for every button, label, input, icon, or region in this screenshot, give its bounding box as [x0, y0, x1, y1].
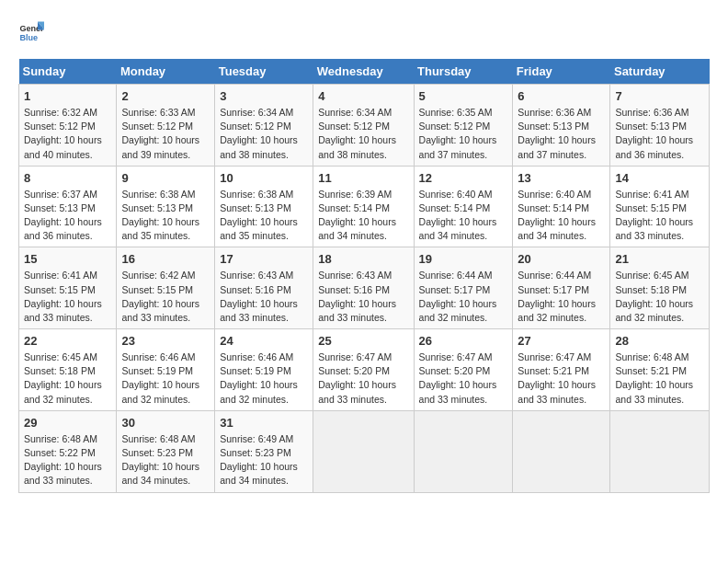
calendar-table: SundayMondayTuesdayWednesdayThursdayFrid… — [18, 59, 710, 493]
weekday-header-thursday: Thursday — [414, 59, 513, 85]
calendar-cell: 5Sunrise: 6:35 AM Sunset: 5:12 PM Daylig… — [414, 85, 513, 167]
calendar-cell: 15Sunrise: 6:41 AM Sunset: 5:15 PM Dayli… — [19, 247, 117, 329]
day-number: 30 — [121, 415, 210, 432]
day-info: Sunrise: 6:36 AM Sunset: 5:13 PM Dayligh… — [615, 106, 704, 162]
calendar-cell: 27Sunrise: 6:47 AM Sunset: 5:21 PM Dayli… — [513, 329, 610, 411]
calendar-cell: 26Sunrise: 6:47 AM Sunset: 5:20 PM Dayli… — [414, 329, 513, 411]
day-info: Sunrise: 6:42 AM Sunset: 5:15 PM Dayligh… — [121, 269, 210, 325]
svg-text:Blue: Blue — [19, 33, 38, 42]
calendar-cell: 10Sunrise: 6:38 AM Sunset: 5:13 PM Dayli… — [215, 166, 313, 247]
calendar-cell: 29Sunrise: 6:48 AM Sunset: 5:22 PM Dayli… — [19, 410, 117, 492]
calendar-cell: 4Sunrise: 6:34 AM Sunset: 5:12 PM Daylig… — [313, 85, 414, 167]
calendar-week-2: 8Sunrise: 6:37 AM Sunset: 5:13 PM Daylig… — [19, 166, 710, 247]
logo: General Blue — [18, 18, 48, 44]
weekday-header-saturday: Saturday — [610, 59, 710, 85]
day-info: Sunrise: 6:43 AM Sunset: 5:16 PM Dayligh… — [220, 269, 308, 325]
day-info: Sunrise: 6:40 AM Sunset: 5:14 PM Dayligh… — [518, 188, 605, 244]
day-info: Sunrise: 6:44 AM Sunset: 5:17 PM Dayligh… — [419, 269, 508, 325]
calendar-cell: 21Sunrise: 6:45 AM Sunset: 5:18 PM Dayli… — [610, 247, 710, 329]
day-number: 27 — [518, 333, 605, 350]
day-info: Sunrise: 6:33 AM Sunset: 5:12 PM Dayligh… — [121, 106, 210, 162]
day-number: 2 — [121, 88, 210, 106]
day-number: 25 — [318, 333, 408, 350]
day-number: 26 — [419, 333, 508, 350]
day-number: 31 — [220, 415, 308, 432]
day-number: 8 — [24, 170, 111, 188]
calendar-cell: 22Sunrise: 6:45 AM Sunset: 5:18 PM Dayli… — [19, 329, 117, 411]
calendar-cell: 19Sunrise: 6:44 AM Sunset: 5:17 PM Dayli… — [414, 247, 513, 329]
day-info: Sunrise: 6:46 AM Sunset: 5:19 PM Dayligh… — [121, 350, 210, 407]
day-number: 5 — [419, 88, 508, 106]
calendar-cell: 3Sunrise: 6:34 AM Sunset: 5:12 PM Daylig… — [215, 85, 313, 167]
calendar-cell: 12Sunrise: 6:40 AM Sunset: 5:14 PM Dayli… — [414, 166, 513, 247]
calendar-cell: 1Sunrise: 6:32 AM Sunset: 5:12 PM Daylig… — [19, 85, 117, 167]
day-number: 20 — [518, 251, 605, 269]
calendar-cell: 14Sunrise: 6:41 AM Sunset: 5:15 PM Dayli… — [610, 166, 710, 247]
day-number: 28 — [615, 333, 704, 350]
calendar-week-1: 1Sunrise: 6:32 AM Sunset: 5:12 PM Daylig… — [19, 85, 710, 167]
day-number: 15 — [24, 251, 111, 269]
calendar-cell: 31Sunrise: 6:49 AM Sunset: 5:23 PM Dayli… — [215, 410, 313, 492]
calendar-cell — [513, 410, 610, 492]
calendar-week-5: 29Sunrise: 6:48 AM Sunset: 5:22 PM Dayli… — [19, 410, 710, 492]
day-number: 17 — [220, 251, 308, 269]
day-number: 12 — [419, 170, 508, 188]
day-number: 19 — [419, 251, 508, 269]
day-number: 18 — [318, 251, 408, 269]
calendar-cell: 8Sunrise: 6:37 AM Sunset: 5:13 PM Daylig… — [19, 166, 117, 247]
day-info: Sunrise: 6:47 AM Sunset: 5:20 PM Dayligh… — [318, 350, 408, 407]
calendar-cell: 16Sunrise: 6:42 AM Sunset: 5:15 PM Dayli… — [117, 247, 215, 329]
day-info: Sunrise: 6:38 AM Sunset: 5:13 PM Dayligh… — [220, 188, 308, 244]
day-info: Sunrise: 6:47 AM Sunset: 5:20 PM Dayligh… — [419, 350, 508, 407]
day-number: 13 — [518, 170, 605, 188]
day-info: Sunrise: 6:48 AM Sunset: 5:21 PM Dayligh… — [615, 350, 704, 407]
day-number: 23 — [121, 333, 210, 350]
calendar-cell: 9Sunrise: 6:38 AM Sunset: 5:13 PM Daylig… — [117, 166, 215, 247]
day-number: 3 — [220, 88, 308, 106]
day-number: 6 — [518, 88, 605, 106]
day-info: Sunrise: 6:40 AM Sunset: 5:14 PM Dayligh… — [419, 188, 508, 244]
day-info: Sunrise: 6:43 AM Sunset: 5:16 PM Dayligh… — [318, 269, 408, 325]
day-info: Sunrise: 6:32 AM Sunset: 5:12 PM Dayligh… — [24, 106, 111, 162]
day-info: Sunrise: 6:38 AM Sunset: 5:13 PM Dayligh… — [121, 188, 210, 244]
calendar-cell: 30Sunrise: 6:48 AM Sunset: 5:23 PM Dayli… — [117, 410, 215, 492]
calendar-cell: 20Sunrise: 6:44 AM Sunset: 5:17 PM Dayli… — [513, 247, 610, 329]
day-number: 1 — [24, 88, 111, 106]
calendar-cell: 17Sunrise: 6:43 AM Sunset: 5:16 PM Dayli… — [215, 247, 313, 329]
calendar-cell — [414, 410, 513, 492]
day-number: 14 — [615, 170, 704, 188]
day-number: 7 — [615, 88, 704, 106]
calendar-cell: 2Sunrise: 6:33 AM Sunset: 5:12 PM Daylig… — [117, 85, 215, 167]
weekday-header-friday: Friday — [513, 59, 610, 85]
calendar-cell: 25Sunrise: 6:47 AM Sunset: 5:20 PM Dayli… — [313, 329, 414, 411]
day-info: Sunrise: 6:41 AM Sunset: 5:15 PM Dayligh… — [615, 188, 704, 244]
calendar-cell: 28Sunrise: 6:48 AM Sunset: 5:21 PM Dayli… — [610, 329, 710, 411]
day-number: 24 — [220, 333, 308, 350]
day-info: Sunrise: 6:47 AM Sunset: 5:21 PM Dayligh… — [518, 350, 605, 407]
weekday-header-wednesday: Wednesday — [313, 59, 414, 85]
calendar-week-3: 15Sunrise: 6:41 AM Sunset: 5:15 PM Dayli… — [19, 247, 710, 329]
weekday-header-monday: Monday — [117, 59, 215, 85]
calendar-cell — [610, 410, 710, 492]
weekday-header-sunday: Sunday — [19, 59, 117, 85]
day-number: 21 — [615, 251, 704, 269]
day-number: 11 — [318, 170, 408, 188]
day-info: Sunrise: 6:34 AM Sunset: 5:12 PM Dayligh… — [318, 106, 408, 162]
day-info: Sunrise: 6:37 AM Sunset: 5:13 PM Dayligh… — [24, 188, 111, 244]
day-number: 16 — [121, 251, 210, 269]
day-info: Sunrise: 6:36 AM Sunset: 5:13 PM Dayligh… — [518, 106, 605, 162]
day-info: Sunrise: 6:35 AM Sunset: 5:12 PM Dayligh… — [419, 106, 508, 162]
calendar-cell: 7Sunrise: 6:36 AM Sunset: 5:13 PM Daylig… — [610, 85, 710, 167]
day-info: Sunrise: 6:45 AM Sunset: 5:18 PM Dayligh… — [615, 269, 704, 325]
calendar-cell: 24Sunrise: 6:46 AM Sunset: 5:19 PM Dayli… — [215, 329, 313, 411]
page-header: General Blue — [18, 18, 710, 44]
calendar-cell: 23Sunrise: 6:46 AM Sunset: 5:19 PM Dayli… — [117, 329, 215, 411]
weekday-header-tuesday: Tuesday — [215, 59, 313, 85]
day-info: Sunrise: 6:46 AM Sunset: 5:19 PM Dayligh… — [220, 350, 308, 407]
day-info: Sunrise: 6:34 AM Sunset: 5:12 PM Dayligh… — [220, 106, 308, 162]
day-info: Sunrise: 6:41 AM Sunset: 5:15 PM Dayligh… — [24, 269, 111, 325]
day-info: Sunrise: 6:39 AM Sunset: 5:14 PM Dayligh… — [318, 188, 408, 244]
day-number: 9 — [121, 170, 210, 188]
calendar-week-4: 22Sunrise: 6:45 AM Sunset: 5:18 PM Dayli… — [19, 329, 710, 411]
day-info: Sunrise: 6:48 AM Sunset: 5:22 PM Dayligh… — [24, 432, 111, 488]
